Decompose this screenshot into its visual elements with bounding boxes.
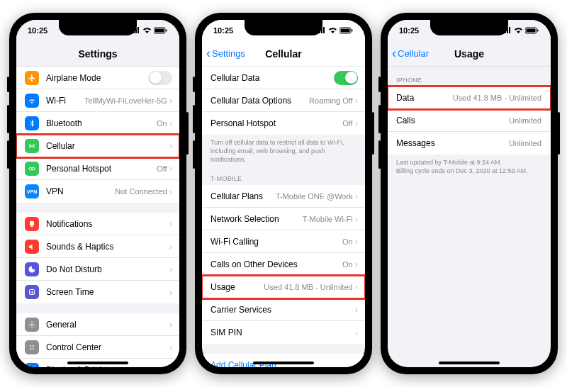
row-detail: On <box>342 237 353 246</box>
airplane-toggle[interactable] <box>148 71 172 85</box>
row-label: Usage <box>210 282 264 292</box>
row-cellular-plans[interactable]: Cellular Plans T-Mobile ONE @Work › <box>202 185 365 208</box>
row-calls-usage[interactable]: Calls Unlimited <box>388 109 551 132</box>
row-sim-pin[interactable]: SIM PIN › <box>202 321 365 344</box>
row-label: Wi-Fi <box>46 96 84 106</box>
row-detail: TellMyWi-FiLoveHer-5G <box>84 96 167 105</box>
navbar: Settings <box>16 41 179 67</box>
row-screen-time[interactable]: Screen Time › <box>16 281 179 303</box>
dnd-icon <box>25 262 39 276</box>
svg-point-9 <box>31 323 33 325</box>
row-label: SIM PIN <box>210 327 355 337</box>
row-airplane-mode[interactable]: Airplane Mode <box>16 67 179 89</box>
group-header: T-MOBILE <box>202 165 365 185</box>
chevron-right-icon: › <box>355 118 358 129</box>
row-label: Sounds & Haptics <box>46 242 169 252</box>
row-wifi[interactable]: Wi-Fi TellMyWi-FiLoveHer-5G › <box>16 89 179 112</box>
chevron-right-icon: › <box>169 287 172 298</box>
row-carrier-services[interactable]: Carrier Services › <box>202 298 365 321</box>
svg-rect-1 <box>155 29 164 33</box>
home-indicator[interactable] <box>67 362 128 364</box>
row-detail: Off <box>342 119 352 128</box>
row-label: Airplane Mode <box>46 73 148 83</box>
row-label: Carrier Services <box>210 305 355 315</box>
svg-point-10 <box>30 345 31 347</box>
sounds-icon <box>25 240 39 254</box>
notch <box>245 20 322 35</box>
svg-point-3 <box>31 145 33 147</box>
vpn-icon: VPN <box>25 184 39 198</box>
hotspot-icon <box>25 162 39 176</box>
phone-cellular: 10:25 ‹ Settings Cellular Cellular Data <box>195 13 372 374</box>
row-control-center[interactable]: Control Center › <box>16 336 179 359</box>
row-detail: T-Mobile ONE @Work <box>276 192 353 201</box>
back-button[interactable]: ‹ Cellular <box>392 46 429 61</box>
row-cellular[interactable]: Cellular › <box>16 135 179 157</box>
row-detail: Unlimited <box>509 116 541 125</box>
airplane-icon <box>25 71 39 85</box>
back-button[interactable]: ‹ Settings <box>206 46 245 61</box>
chevron-right-icon: › <box>355 213 358 224</box>
usage-list[interactable]: IPHONE Data Used 41.8 MB - Unlimited Cal… <box>388 67 551 367</box>
row-cellular-data-options[interactable]: Cellular Data Options Roaming Off › <box>202 89 365 112</box>
row-wifi-calling[interactable]: Wi-Fi Calling On › <box>202 230 365 253</box>
chevron-right-icon: › <box>355 191 358 201</box>
row-add-cellular-plan[interactable]: Add Cellular Plan <box>202 354 365 367</box>
row-detail: Not Connected <box>115 187 167 196</box>
cellular-data-toggle[interactable] <box>334 71 358 85</box>
svg-rect-6 <box>30 221 34 225</box>
row-network-selection[interactable]: Network Selection T-Mobile Wi-Fi › <box>202 208 365 230</box>
row-general[interactable]: General › <box>16 313 179 336</box>
group-header: IPHONE <box>388 67 551 86</box>
group-footer: Turn off cellular data to restrict all d… <box>202 135 365 165</box>
page-title: Cellular <box>265 48 301 60</box>
control-center-icon <box>25 340 39 354</box>
row-detail: T-Mobile Wi-Fi <box>303 215 353 223</box>
row-bluetooth[interactable]: Bluetooth On › <box>16 112 179 135</box>
chevron-right-icon: › <box>355 236 358 247</box>
settings-list[interactable]: Airplane Mode Wi-Fi TellMyWi-FiLoveHer-5… <box>16 67 179 367</box>
row-notifications[interactable]: Notifications › <box>16 213 179 235</box>
svg-rect-22 <box>527 29 536 33</box>
status-time: 10:25 <box>399 26 419 35</box>
row-calls-other-devices[interactable]: Calls on Other Devices On › <box>202 253 365 276</box>
row-vpn[interactable]: VPN VPN Not Connected › <box>16 180 179 203</box>
navbar: ‹ Settings Cellular <box>202 41 365 67</box>
row-messages-usage[interactable]: Messages Unlimited <box>388 132 551 155</box>
row-sounds[interactable]: Sounds & Haptics › <box>16 235 179 258</box>
wifi-icon <box>25 94 39 108</box>
row-label: Personal Hotspot <box>210 118 342 128</box>
row-personal-hotspot[interactable]: Personal Hotspot Off › <box>16 157 179 180</box>
home-indicator[interactable] <box>253 362 314 364</box>
row-label: Cellular Plans <box>210 191 276 201</box>
row-label: General <box>46 320 169 330</box>
row-label: Cellular Data <box>210 73 334 83</box>
row-usage[interactable]: Usage Used 41.8 MB - Unlimited › <box>202 276 365 298</box>
page-title: Settings <box>78 48 117 60</box>
row-personal-hotspot[interactable]: Personal Hotspot Off › <box>202 112 365 135</box>
row-data-usage[interactable]: Data Used 41.8 MB - Unlimited <box>388 86 551 109</box>
row-label: Wi-Fi Calling <box>210 237 342 247</box>
chevron-right-icon: › <box>169 218 172 229</box>
home-indicator[interactable] <box>439 362 500 364</box>
row-label: Control Center <box>46 342 169 352</box>
chevron-right-icon: › <box>169 140 172 151</box>
row-detail: On <box>342 260 353 269</box>
chevron-right-icon: › <box>169 364 172 367</box>
row-label: Network Selection <box>210 214 303 224</box>
status-time: 10:25 <box>213 26 233 35</box>
row-detail: Off <box>157 164 167 173</box>
row-label: Cellular <box>46 141 169 151</box>
back-label: Settings <box>212 48 245 59</box>
svg-rect-2 <box>166 30 167 32</box>
chevron-left-icon: ‹ <box>392 46 396 61</box>
chevron-right-icon: › <box>169 241 172 252</box>
row-label: Messages <box>396 138 509 148</box>
svg-rect-23 <box>537 30 539 32</box>
screentime-icon <box>25 285 39 299</box>
display-icon: A <box>25 363 39 368</box>
cellular-list[interactable]: Cellular Data Cellular Data Options Roam… <box>202 67 365 367</box>
gear-icon <box>25 318 39 332</box>
row-dnd[interactable]: Do Not Disturb › <box>16 258 179 281</box>
row-cellular-data[interactable]: Cellular Data <box>202 67 365 89</box>
